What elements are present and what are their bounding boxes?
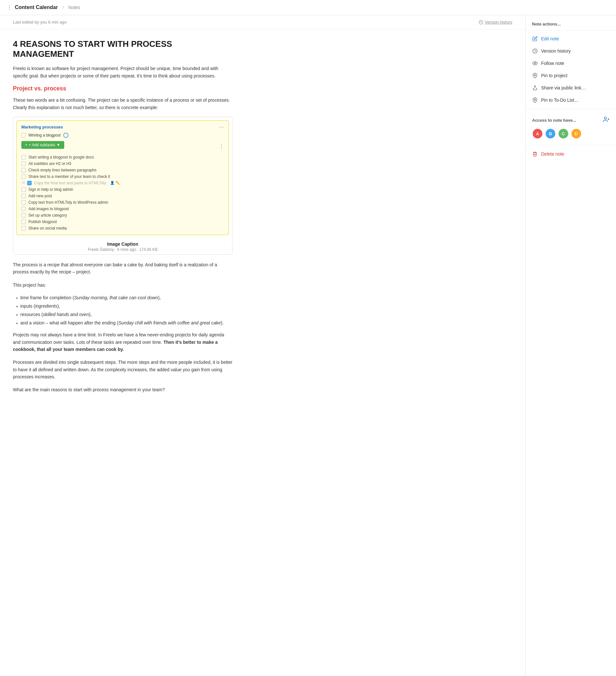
embed-project-title: Marketing processes	[21, 125, 63, 129]
image-caption-meta: Freelo Šablony · 6 mins ago · 174.06 KB	[13, 247, 232, 252]
main-layout: Last edited by you 6 min ago Version his…	[0, 15, 616, 676]
subtask-checkbox[interactable]	[21, 161, 26, 166]
list-item-italic: skilled hands and oven	[43, 312, 89, 317]
delete-note-action[interactable]: Delete note	[525, 148, 616, 160]
subtask-label: Publish blogpost	[29, 220, 57, 224]
list-item-text: and a vision – what will happen after th…	[20, 320, 224, 326]
note-body5: Processes are divided into single subseq…	[13, 359, 232, 380]
image-caption-title: Image Caption	[13, 241, 232, 247]
subtask-checkbox[interactable]	[21, 200, 26, 205]
access-header: Access to note have...	[532, 116, 610, 124]
subtask-checkbox[interactable]	[21, 174, 26, 179]
dropdown-icon: ▼	[56, 143, 60, 147]
pin-todo-action[interactable]: Pin to To-Do List…	[525, 94, 616, 106]
pin-to-project-label: Pin to project	[541, 73, 568, 78]
subtask-label: Copy the final text and paste to HTMLTid…	[34, 181, 106, 185]
sidebar-actions-title: Note actions...	[525, 22, 616, 31]
embed-inner: Marketing processes ⋯ Wriritng a blogpos…	[16, 120, 229, 235]
list-item-italic: Sunday morning, that cake can cool down	[74, 295, 158, 300]
eye-icon	[532, 60, 538, 66]
subtask-checkbox[interactable]	[21, 155, 26, 160]
embed-header: Marketing processes ⋯	[21, 124, 224, 130]
version-history-link[interactable]: Version history	[479, 20, 512, 24]
subtasks-more-button[interactable]: ⋮	[219, 143, 224, 150]
subtask-row: Share on social media	[21, 225, 224, 231]
pin-todo-label: Pin to To-Do List…	[541, 98, 578, 103]
pin-icon	[532, 73, 538, 78]
subtask-row: Copy text from HTMLTidy to WordPress adm…	[21, 199, 224, 206]
plus-icon: +	[25, 143, 27, 147]
avatar: B	[545, 128, 556, 139]
bullet-list: time frame for completion (Sunday mornin…	[13, 294, 232, 327]
add-subtasks-label: + Add subtasks	[29, 143, 55, 147]
subtask-checkbox[interactable]	[21, 194, 26, 198]
subtask-label: Share text to a member of your team to c…	[29, 174, 110, 179]
subtask-row: Start writing a blogpost in google docs	[21, 154, 224, 160]
edit-note-action[interactable]: Edit note	[525, 33, 616, 45]
share-public-label: Share via public link…	[541, 85, 586, 91]
subtasks-list: Start writing a blogpost in google docs …	[21, 154, 224, 231]
embed-dots-button[interactable]: ⋯	[219, 124, 224, 130]
add-access-button[interactable]	[603, 116, 610, 124]
menu-dots-icon[interactable]: ⋮	[6, 4, 12, 11]
subtask-checkbox[interactable]	[21, 213, 26, 218]
subtask-person-icon: 👤 ✏️	[110, 181, 120, 185]
subtask-label: Add images to blogpost	[29, 207, 69, 211]
subtask-row: Share text to a member of your team to c…	[21, 173, 224, 180]
subtask-row: Set up article category	[21, 212, 224, 219]
subtask-label: Check empty lines between paragraphs	[29, 168, 97, 172]
clock-icon	[479, 20, 483, 24]
subtask-row: Publish blogpost	[21, 219, 224, 225]
subtask-checkbox[interactable]	[21, 168, 26, 172]
subtask-row: All subtitles are H2 or H3	[21, 160, 224, 167]
subtask-checkbox[interactable]	[21, 220, 26, 224]
follow-note-action[interactable]: Follow note	[525, 57, 616, 69]
subtask-checkbox-checked[interactable]: ✓	[27, 181, 32, 185]
subtask-row: Add images to blogpost	[21, 206, 224, 212]
add-subtasks-button[interactable]: + + Add subtasks ▼	[21, 141, 64, 149]
access-title: Access to note have...	[532, 118, 576, 123]
subtask-label: Share on social media	[29, 226, 67, 230]
version-history-action[interactable]: Version history	[525, 45, 616, 57]
pin-to-project-action[interactable]: Pin to project	[525, 69, 616, 82]
top-bar: ⋮ Content Calendar > Notes	[0, 0, 616, 15]
image-caption-area: Image Caption Freelo Šablony · 6 mins ag…	[13, 238, 232, 255]
subtask-row: Add new post	[21, 193, 224, 199]
share-public-action[interactable]: Share via public link…	[525, 82, 616, 94]
pin-todo-icon	[532, 97, 538, 103]
subtask-checkbox[interactable]	[21, 207, 26, 211]
delete-note-label: Delete note	[541, 152, 564, 157]
note-intro: Freelo is known as software for project …	[13, 65, 232, 79]
avatar: C	[558, 128, 569, 139]
subtasks-header: + + Add subtasks ▼ ⋮	[21, 141, 224, 152]
subtask-row-checked: ✓ Copy the final text and paste to HTMLT…	[21, 180, 224, 186]
avatar: D	[571, 128, 582, 139]
trash-icon	[532, 151, 538, 157]
note-body1: These two words are a bit confusing. The…	[13, 97, 232, 111]
subtask-checkbox[interactable]	[21, 187, 26, 192]
list-item: resources (skilled hands and oven),	[16, 311, 232, 318]
list-item-text: inputs (ingredients),	[20, 303, 60, 309]
last-edited-label: Last edited by you 6 min ago	[13, 20, 66, 24]
note-body4: Projects may not always have a time limi…	[13, 331, 232, 353]
subtask-row: Sign in help or blog admin	[21, 186, 224, 193]
note-body3: This project has:	[13, 282, 232, 289]
avatar: A	[532, 128, 543, 139]
breadcrumb-separator: >	[62, 5, 64, 10]
sidebar: Note actions... Edit note Version histor…	[525, 15, 616, 676]
app-title: Content Calendar	[15, 4, 58, 10]
breadcrumb-subtitle: Notes	[68, 5, 80, 10]
list-item-italic: Sunday chill with friends with coffee an…	[118, 320, 221, 325]
subtask-label: Set up article category	[29, 213, 67, 218]
reorder-icon	[21, 181, 26, 185]
subtask-row: Check empty lines between paragraphs	[21, 167, 224, 173]
main-task-checkbox[interactable]	[21, 133, 26, 137]
subtask-checkbox[interactable]	[21, 226, 26, 230]
subtask-label: Start writing a blogpost in google docs	[29, 155, 94, 160]
subtask-label: Sign in help or blog admin	[29, 187, 73, 192]
avatars-row: A B C D	[532, 128, 610, 139]
note-meta-bar: Last edited by you 6 min ago Version his…	[0, 15, 525, 30]
note-body2: The process is a recipe that almost ever…	[13, 261, 232, 276]
version-history-label: Version history	[541, 48, 571, 54]
note-body6: What are the main reasons to start with …	[13, 386, 232, 393]
